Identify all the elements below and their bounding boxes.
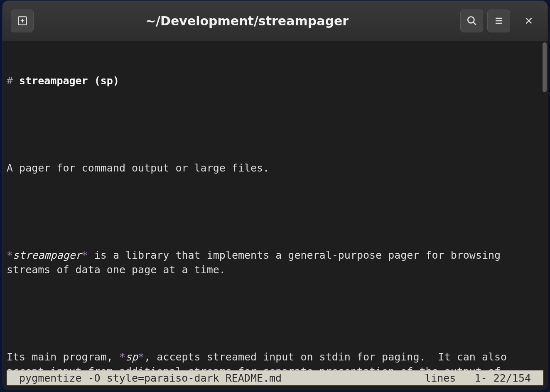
line-1: # streampager (sp) [7,74,543,88]
line-5: *streampager* is a library that implemen… [7,248,543,277]
new-tab-button[interactable] [11,10,34,32]
menu-button[interactable] [487,10,510,32]
terminal-window: ~/Development/streampager # streampager … [2,1,548,390]
emphasis: streampager [13,249,82,261]
scrollbar-thumb[interactable] [543,42,547,92]
svg-point-3 [468,17,474,23]
star: * [82,249,88,261]
close-icon [524,16,533,25]
blank-line [7,117,543,132]
status-command: pygmentize -O style=paraiso-dark README.… [19,372,425,384]
star: * [7,249,13,261]
status-lines: lines 1- 22/154 [425,372,531,384]
hamburger-icon [494,16,504,26]
blank-line [7,306,543,321]
status-bar: pygmentize -O style=paraiso-dark README.… [7,370,543,385]
window-title: ~/Development/streampager [38,14,456,28]
emphasis: sp [125,351,138,363]
line-8: Its main program, *sp*, accepts streamed… [7,350,543,370]
search-button[interactable] [460,10,483,32]
star: * [119,351,125,363]
titlebar: ~/Development/streampager [2,1,548,41]
close-button[interactable] [518,10,539,31]
star: * [138,351,144,363]
svg-line-4 [473,22,476,25]
line-3: A pager for command output or large file… [7,161,543,175]
search-icon [467,15,477,26]
blank-line [7,204,543,219]
terminal-content[interactable]: # streampager (sp) A pager for command o… [2,41,548,370]
md-heading: streampager (sp) [19,75,119,87]
text: Its main program, [7,351,119,363]
md-hash: # [7,75,19,87]
new-tab-icon [17,15,28,26]
